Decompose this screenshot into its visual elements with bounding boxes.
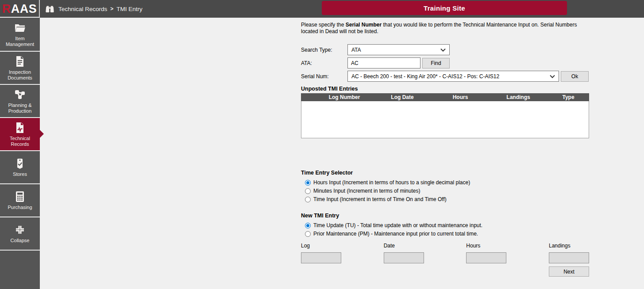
bottom-fields bbox=[301, 252, 589, 263]
binoculars-icon bbox=[45, 5, 54, 13]
time-entry-selector-title: Time Entry Selector bbox=[301, 170, 589, 176]
sidebar-item-label: Stores bbox=[13, 171, 27, 177]
date-label: Date bbox=[384, 243, 424, 249]
next-button[interactable]: Next bbox=[549, 266, 589, 277]
date-input[interactable] bbox=[384, 252, 424, 263]
radio-icon bbox=[305, 180, 311, 186]
sidebar-item-inspection-documents[interactable]: Inspection Documents bbox=[0, 51, 40, 84]
radio-icon bbox=[305, 197, 311, 202]
intro-text: Please specify the Serial Number that yo… bbox=[301, 22, 589, 35]
new-tmi-entry-title: New TMI Entry bbox=[301, 213, 589, 219]
ata-label: ATA: bbox=[301, 60, 347, 66]
radio-label: Minutes Input (Increment in terms of min… bbox=[313, 188, 420, 194]
sidebar-item-label: Item Management bbox=[6, 36, 34, 47]
radio-time-input[interactable]: Time Input (Increment in terms of Time O… bbox=[305, 195, 589, 203]
serial-num-row: Serial Num: AC - Beech 200 - test - King… bbox=[301, 71, 589, 82]
sidebar-item-label: Collapse bbox=[11, 238, 30, 243]
search-type-label: Search Type: bbox=[301, 47, 347, 53]
sidebar-item-planning-production[interactable]: Planning & Production bbox=[0, 84, 40, 117]
table-header-log-number[interactable]: Log Number bbox=[316, 94, 373, 100]
table-header-row: Log Number Log Date Hours Landings Type bbox=[301, 93, 589, 101]
logo-text: AAS bbox=[11, 2, 37, 16]
unposted-tmi-table: Log Number Log Date Hours Landings Type bbox=[301, 93, 589, 138]
unposted-tmi-title: Unposted TMI Entries bbox=[301, 86, 589, 92]
radio-label: Prior Maintenance (PM) - Maintenance inp… bbox=[313, 231, 478, 237]
search-type-select[interactable]: ATA bbox=[347, 44, 450, 55]
table-header-hours[interactable]: Hours bbox=[432, 94, 489, 100]
log-label: Log bbox=[301, 243, 341, 249]
find-button[interactable]: Find bbox=[422, 58, 450, 68]
hours-input[interactable] bbox=[466, 252, 506, 263]
sidebar-item-item-management[interactable]: Item Management bbox=[0, 18, 40, 51]
landings-input[interactable] bbox=[549, 252, 589, 263]
hours-label: Hours bbox=[466, 243, 506, 249]
bottom-field-labels: Log Date Hours Landings bbox=[301, 243, 589, 249]
breadcrumb-page: TMI Entry bbox=[116, 6, 143, 12]
sidebar-item-label: Inspection Documents bbox=[8, 69, 32, 81]
collapse-arrows-icon bbox=[15, 224, 25, 236]
breadcrumb-section[interactable]: Technical Records bbox=[58, 6, 107, 12]
serial-num-label: Serial Num: bbox=[301, 73, 347, 80]
document-lines-icon bbox=[15, 55, 25, 68]
calculator-icon bbox=[15, 190, 24, 203]
radio-label: Time Update (TU) - Total time update wit… bbox=[313, 222, 482, 228]
ata-input[interactable] bbox=[347, 57, 420, 68]
radio-prior-maintenance[interactable]: Prior Maintenance (PM) - Maintenance inp… bbox=[305, 230, 589, 238]
tag-check-icon bbox=[15, 157, 25, 170]
radio-icon bbox=[305, 223, 311, 228]
logo-underline bbox=[0, 17, 40, 18]
bottom-button-row: Next bbox=[301, 266, 589, 277]
radio-time-update[interactable]: Time Update (TU) - Total time update wit… bbox=[305, 221, 589, 229]
ok-button[interactable]: Ok bbox=[561, 71, 589, 82]
table-header-log-date[interactable]: Log Date bbox=[373, 94, 432, 100]
landings-label: Landings bbox=[549, 243, 589, 249]
log-input[interactable] bbox=[301, 252, 341, 263]
sidebar-item-label: Technical Records bbox=[10, 136, 30, 147]
search-type-value: ATA bbox=[351, 47, 361, 53]
sidebar-item-label: Planning & Production bbox=[8, 103, 31, 114]
sidebar-item-stores[interactable]: Stores bbox=[0, 150, 40, 183]
logo-letter-r: R bbox=[2, 2, 11, 16]
radio-label: Time Input (Increment in terms of Time O… bbox=[313, 196, 447, 202]
radio-label: Hours Input (Increment in terms of hours… bbox=[313, 179, 470, 186]
file-waveform-icon bbox=[15, 122, 25, 134]
ata-row: ATA: Find bbox=[301, 57, 589, 68]
sidebar-item-collapse[interactable]: Collapse bbox=[0, 217, 40, 250]
radio-icon bbox=[305, 231, 311, 237]
breadcrumb-separator-icon: > bbox=[110, 6, 113, 12]
table-body-empty bbox=[301, 101, 589, 138]
folder-icon bbox=[14, 22, 26, 34]
top-bar: RAAS Technical Records > TMI Entry Train… bbox=[0, 0, 644, 18]
share-nodes-icon bbox=[14, 88, 26, 101]
sidebar-item-purchasing[interactable]: Purchasing bbox=[0, 183, 40, 217]
search-type-row: Search Type: ATA bbox=[301, 44, 589, 55]
selected-item-arrow bbox=[40, 130, 44, 138]
radio-hours-input[interactable]: Hours Input (Increment in terms of hours… bbox=[305, 179, 589, 186]
sidebar-filler bbox=[0, 250, 40, 289]
breadcrumb: Technical Records > TMI Entry bbox=[45, 0, 143, 18]
serial-num-select[interactable]: AC - Beech 200 - test - King Air 200* - … bbox=[347, 71, 559, 82]
table-header-landings[interactable]: Landings bbox=[489, 94, 548, 100]
sidebar-item-technical-records[interactable]: Technical Records bbox=[0, 117, 40, 150]
sidebar: Item Management Inspection Documents Pla… bbox=[0, 18, 40, 289]
radio-minutes-input[interactable]: Minutes Input (Increment in terms of min… bbox=[305, 187, 589, 195]
radio-icon bbox=[305, 188, 311, 194]
chevron-down-icon bbox=[440, 48, 446, 52]
table-header-type[interactable]: Type bbox=[548, 94, 589, 100]
main-content: Please specify the Serial Number that yo… bbox=[40, 18, 644, 289]
training-site-banner: Training Site bbox=[322, 1, 567, 15]
app-logo[interactable]: RAAS bbox=[0, 0, 40, 18]
sidebar-item-label: Purchasing bbox=[8, 205, 32, 210]
chevron-down-icon bbox=[550, 75, 555, 78]
serial-num-value: AC - Beech 200 - test - King Air 200* - … bbox=[351, 73, 499, 80]
